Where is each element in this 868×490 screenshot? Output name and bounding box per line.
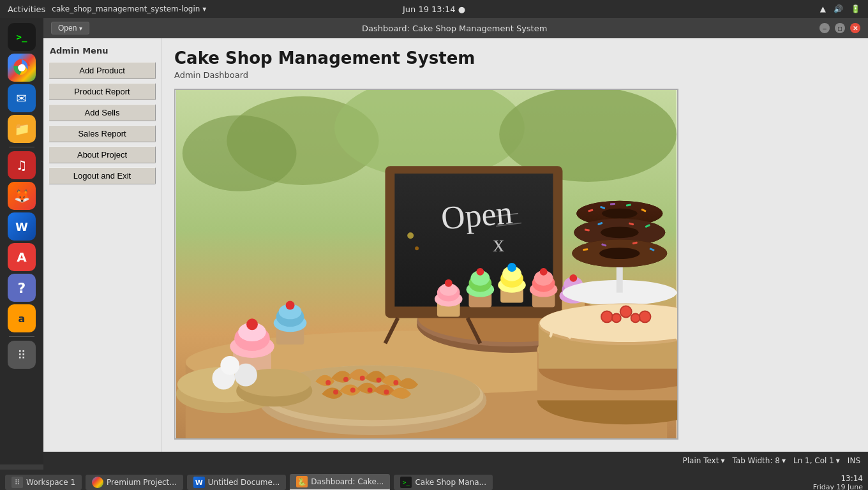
svg-point-102 bbox=[246, 318, 258, 330]
open-button[interactable]: Open ▾ bbox=[51, 22, 89, 34]
status-bar: Plain Text ▾ Tab Width: 8 ▾ Ln 1, Col 1 … bbox=[43, 452, 868, 470]
volume-icon: 🔊 bbox=[834, 4, 843, 13]
open-chevron-icon: ▾ bbox=[79, 25, 82, 32]
svg-point-24 bbox=[343, 377, 348, 382]
dock-divider bbox=[9, 147, 34, 147]
svg-point-28 bbox=[333, 390, 338, 395]
application-dock: >_ ✉ 📁 ♫ 🦊 W A ? a ⠿ bbox=[0, 18, 43, 464]
svg-point-41 bbox=[476, 268, 484, 276]
content-area: Cake Shop Management System Admin Dashbo… bbox=[161, 38, 868, 452]
sidebar-add-sells[interactable]: Add Sells bbox=[49, 104, 156, 121]
sidebar: Admin Menu Add Product Product Report Ad… bbox=[43, 38, 161, 452]
svg-point-115 bbox=[407, 232, 414, 239]
dock-terminal[interactable]: >_ bbox=[8, 23, 36, 51]
cursor-chevron-icon: ▾ bbox=[836, 456, 840, 465]
battery-icon: 🔋 bbox=[851, 4, 860, 13]
tab-chevron-icon: ▾ bbox=[782, 456, 786, 465]
svg-point-56 bbox=[569, 274, 577, 282]
sidebar-product-report[interactable]: Product Report bbox=[49, 83, 156, 100]
bakery-image: Open x bbox=[174, 89, 678, 440]
sidebar-title: Admin Menu bbox=[49, 46, 156, 56]
sidebar-add-product[interactable]: Add Product bbox=[49, 62, 156, 79]
taskbar-writer[interactable]: W Untitled Docume... bbox=[187, 475, 287, 490]
writer-taskbar-icon: W bbox=[193, 477, 205, 488]
dock-writer[interactable]: W bbox=[8, 212, 36, 241]
chrome-taskbar-icon bbox=[92, 477, 103, 488]
close-button[interactable]: ✕ bbox=[850, 23, 860, 33]
taskbar-dashboard[interactable]: 🐍 Dashboard: Cake... bbox=[290, 474, 390, 490]
app-title: Cake Shop Management System bbox=[174, 48, 855, 68]
ins-indicator: INS bbox=[848, 456, 860, 465]
dock-apps-grid[interactable]: ⠿ bbox=[8, 341, 36, 369]
taskbar-workspace[interactable]: ⠿ Workspace 1 bbox=[5, 475, 82, 490]
sidebar-logout-exit[interactable]: Logout and Exit bbox=[49, 167, 156, 184]
svg-point-114 bbox=[220, 356, 239, 375]
svg-point-107 bbox=[286, 301, 295, 310]
app-subtitle: Admin Dashboard bbox=[174, 70, 855, 80]
activities-button[interactable]: Activities bbox=[8, 4, 45, 14]
app-indicator[interactable]: cake_shop_management_system-login ▾ bbox=[52, 4, 206, 13]
dock-help[interactable]: ? bbox=[8, 274, 36, 302]
dock-chrome[interactable] bbox=[8, 54, 36, 82]
svg-point-95 bbox=[613, 314, 620, 322]
dock-files[interactable]: 📁 bbox=[8, 115, 36, 143]
dock-appstore[interactable]: A bbox=[8, 243, 36, 271]
svg-point-76 bbox=[599, 248, 640, 259]
svg-point-93 bbox=[640, 311, 650, 322]
cakeshop-taskbar-icon: >_ bbox=[400, 477, 412, 488]
svg-point-116 bbox=[415, 246, 419, 250]
main-layout: Admin Menu Add Product Product Report Ad… bbox=[43, 38, 868, 452]
svg-point-30 bbox=[368, 388, 373, 393]
svg-point-27 bbox=[393, 380, 398, 385]
workspace-icon: ⠿ bbox=[11, 477, 23, 488]
svg-point-91 bbox=[621, 307, 631, 317]
dashboard-taskbar-icon: 🐍 bbox=[296, 476, 308, 487]
svg-point-26 bbox=[377, 378, 382, 383]
svg-point-25 bbox=[360, 376, 365, 381]
dock-firefox[interactable]: 🦊 bbox=[8, 182, 36, 210]
svg-point-31 bbox=[384, 390, 389, 395]
dock-mail[interactable]: ✉ bbox=[8, 84, 36, 112]
svg-text:x: x bbox=[493, 231, 504, 256]
topbar-datetime: Jun 19 13:14 ● bbox=[403, 4, 465, 14]
minimize-button[interactable]: – bbox=[819, 23, 830, 33]
svg-point-69 bbox=[601, 226, 639, 238]
maximize-button[interactable]: □ bbox=[835, 23, 845, 33]
svg-point-89 bbox=[602, 311, 612, 322]
sidebar-about-project[interactable]: About Project bbox=[49, 146, 156, 163]
window-titlebar: Open ▾ Dashboard: Cake Shop Management S… bbox=[43, 18, 868, 38]
system-topbar: Activities cake_shop_management_system-l… bbox=[0, 0, 868, 18]
taskbar-cakeshop[interactable]: >_ Cake Shop Mana... bbox=[394, 475, 493, 490]
wifi-icon: ▲ bbox=[820, 4, 826, 13]
window-title: Dashboard: Cake Shop Management System bbox=[89, 24, 819, 33]
taskbar-chrome[interactable]: Premium Project... bbox=[86, 475, 183, 490]
cursor-position[interactable]: Ln 1, Col 1 ▾ bbox=[793, 456, 840, 465]
svg-point-5 bbox=[183, 115, 297, 191]
plain-text-indicator[interactable]: Plain Text ▾ bbox=[682, 456, 724, 465]
taskbar-clock: 13:14 Friday 19 June bbox=[813, 474, 863, 491]
svg-point-36 bbox=[445, 279, 453, 287]
svg-point-29 bbox=[350, 388, 355, 393]
svg-point-51 bbox=[540, 268, 548, 276]
plain-text-chevron-icon: ▾ bbox=[721, 456, 724, 465]
taskbar: ⠿ Workspace 1 Premium Project... W Untit… bbox=[0, 470, 868, 490]
tab-width-indicator[interactable]: Tab Width: 8 ▾ bbox=[732, 456, 786, 465]
svg-point-97 bbox=[632, 314, 640, 322]
svg-point-61 bbox=[602, 209, 638, 219]
svg-point-46 bbox=[507, 263, 516, 272]
sidebar-sales-report[interactable]: Sales Report bbox=[49, 125, 156, 142]
dock-rhythmbox[interactable]: ♫ bbox=[8, 151, 36, 179]
svg-point-23 bbox=[326, 380, 331, 385]
dock-amazon[interactable]: a bbox=[8, 304, 36, 332]
dock-divider2 bbox=[9, 336, 34, 337]
